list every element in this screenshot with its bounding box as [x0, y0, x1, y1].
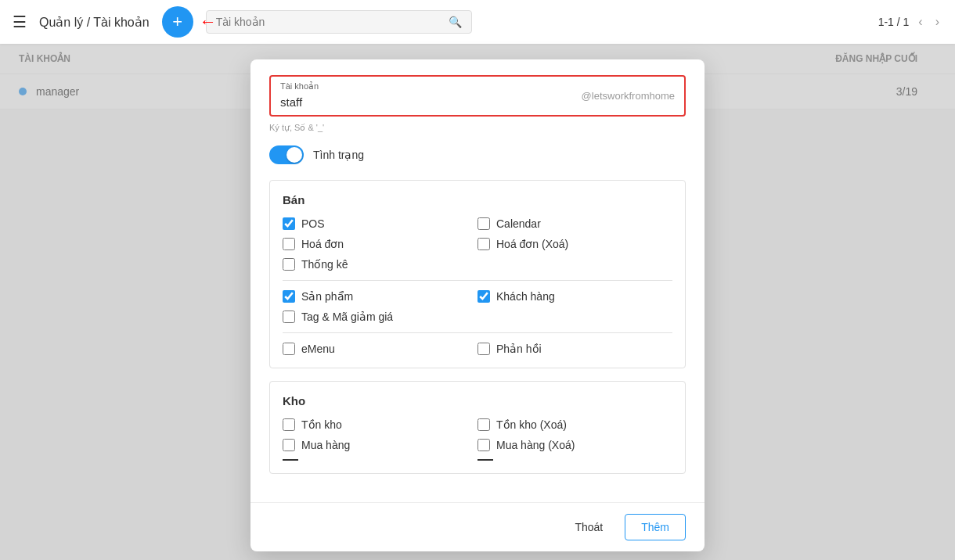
status-label: Tình trạng — [313, 149, 364, 161]
account-suffix: @letsworkfromhome — [582, 90, 675, 102]
checkbox-tonkho-xoa-input[interactable] — [478, 418, 490, 431]
dash-2 — [478, 459, 493, 461]
checkbox-phanhoi-input[interactable] — [478, 343, 490, 355]
modal-dialog: Tài khoản @letsworkfromhome Ký tự, Số & … — [250, 59, 705, 551]
checkbox-row-2: Hoá đơn Hoá đơn (Xoá) — [283, 238, 672, 250]
checkbox-emenu-input[interactable] — [283, 343, 295, 355]
checkbox-calendar-input[interactable] — [478, 217, 490, 230]
dash-1 — [283, 459, 298, 461]
cancel-button[interactable]: Thoát — [562, 515, 615, 540]
checkbox-tonkho-input[interactable] — [283, 418, 295, 431]
checkbox-phanhoi[interactable]: Phản hồi — [478, 343, 672, 355]
checkbox-row-3: Thống kê — [283, 258, 672, 271]
checkbox-row-5: Tag & Mã giảm giá — [283, 311, 672, 323]
checkbox-calendar[interactable]: Calendar — [478, 217, 672, 230]
checkbox-muahang[interactable]: Mua hàng — [283, 439, 478, 451]
section-kho: Kho Tồn kho Tồn kho (Xoá) Mua hàng — [269, 381, 686, 474]
checkbox-thongke[interactable]: Thống kê — [283, 258, 478, 271]
checkbox-row-4: Sản phẩm Khách hàng — [283, 290, 672, 303]
search-box: 🔍 — [206, 10, 472, 34]
plus-icon: + — [172, 12, 182, 32]
checkbox-thongke-input[interactable] — [283, 258, 295, 271]
checkbox-tonkho-xoa[interactable]: Tồn kho (Xoá) — [478, 418, 672, 431]
checkbox-pos[interactable]: POS — [283, 217, 478, 230]
account-field-group: Tài khoản @letsworkfromhome — [269, 75, 686, 117]
checkbox-row-6: eMenu Phản hồi — [283, 343, 672, 355]
kho-row-1: Tồn kho Tồn kho (Xoá) — [283, 418, 672, 431]
add-account-button[interactable]: + — [162, 6, 193, 38]
status-toggle-row: Tình trạng — [269, 145, 686, 164]
section-ban-title: Bán — [283, 193, 672, 206]
pagination-text: 1-1 / 1 — [878, 16, 910, 28]
field-hint: Ký tự, Số & '_' — [269, 123, 686, 133]
pagination-prev[interactable]: ‹ — [915, 12, 925, 32]
checkbox-tag[interactable]: Tag & Mã giảm giá — [283, 311, 478, 323]
kho-row-3 — [283, 459, 672, 461]
arrow-indicator: ← — [200, 12, 217, 32]
kho-row-2: Mua hàng Mua hàng (Xoá) — [283, 439, 672, 451]
topbar: ☰ Quản lý / Tài khoản + ← 🔍 1-1 / 1 ‹ › — [0, 0, 955, 44]
content-area: TÀI KHOẢN ĐĂNG NHẬP CUỐI manager 3/19 Tà… — [0, 44, 955, 560]
search-icon: 🔍 — [449, 16, 462, 28]
search-input[interactable] — [216, 16, 442, 28]
checkbox-hoadon-xoa-input[interactable] — [478, 238, 490, 250]
confirm-button[interactable]: Thêm — [625, 514, 686, 540]
menu-icon[interactable]: ☰ — [13, 13, 27, 31]
checkbox-tonkho[interactable]: Tồn kho — [283, 418, 478, 431]
modal-overlay: Tài khoản @letsworkfromhome Ký tự, Số & … — [0, 44, 955, 560]
checkbox-hoadon-xoa[interactable]: Hoá đơn (Xoá) — [478, 238, 672, 250]
divider-2 — [283, 332, 672, 333]
pagination-next[interactable]: › — [932, 12, 942, 32]
pagination: 1-1 / 1 ‹ › — [878, 12, 942, 32]
checkbox-muahang-input[interactable] — [283, 439, 295, 451]
account-input[interactable] — [280, 83, 582, 109]
checkbox-sanpham-input[interactable] — [283, 290, 295, 303]
modal-footer: Thoát Thêm — [250, 502, 705, 551]
checkbox-emenu[interactable]: eMenu — [283, 343, 478, 355]
section-ban: Bán POS Calendar Hoá đơn — [269, 180, 686, 368]
section-kho-title: Kho — [283, 394, 672, 407]
modal-body: Tài khoản @letsworkfromhome Ký tự, Số & … — [250, 59, 705, 502]
checkbox-tag-input[interactable] — [283, 311, 295, 323]
checkbox-hoadon-input[interactable] — [283, 238, 295, 250]
checkbox-khachhang-input[interactable] — [478, 290, 490, 303]
account-field-label: Tài khoản — [280, 81, 319, 92]
checkbox-sanpham[interactable]: Sản phẩm — [283, 290, 478, 303]
checkbox-hoadon[interactable]: Hoá đơn — [283, 238, 478, 250]
checkbox-khachhang[interactable]: Khách hàng — [478, 290, 672, 303]
checkbox-muahang-xoa[interactable]: Mua hàng (Xoá) — [478, 439, 672, 451]
checkbox-pos-input[interactable] — [283, 217, 295, 230]
page-title: Quản lý / Tài khoản — [39, 15, 150, 30]
divider-1 — [283, 280, 672, 281]
checkbox-muahang-xoa-input[interactable] — [478, 439, 490, 451]
checkbox-row-1: POS Calendar — [283, 217, 672, 230]
status-toggle[interactable] — [269, 145, 304, 164]
